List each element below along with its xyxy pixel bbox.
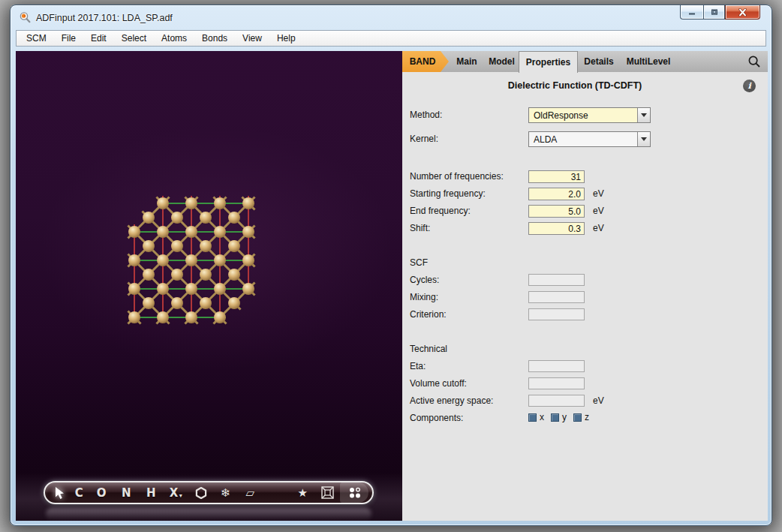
menu-edit[interactable]: Edit xyxy=(83,31,114,46)
page-title: Dielectric Function (TD-CDFT) xyxy=(402,80,747,91)
eta-label: Eta: xyxy=(410,361,426,371)
crystal-tool[interactable]: ❄ xyxy=(213,482,238,503)
info-button[interactable]: i xyxy=(743,80,756,92)
menu-bonds[interactable]: Bonds xyxy=(194,31,235,46)
active-energy-space-label: Active energy space: xyxy=(410,395,493,406)
hexagon-icon xyxy=(194,486,208,500)
viewer-toolbar: C O N H X ▾ ❄ ▱ ★ xyxy=(44,481,374,504)
tab-properties[interactable]: Properties xyxy=(519,51,578,73)
close-button[interactable] xyxy=(725,5,760,20)
tab-details[interactable]: Details xyxy=(578,51,620,72)
select-tool[interactable] xyxy=(49,482,69,503)
favorites-tool[interactable]: ★ xyxy=(290,482,315,503)
toolbar-reflection xyxy=(46,508,371,520)
shift-label: Shift: xyxy=(410,223,430,233)
properties-panel: BAND Main Model Properties Details Multi… xyxy=(402,51,768,521)
panel-body: Dielectric Function (TD-CDFT) i Method: … xyxy=(402,72,768,521)
tab-band[interactable]: BAND xyxy=(402,51,449,72)
menu-select[interactable]: Select xyxy=(114,31,154,46)
menu-bar: SCM File Edit Select Atoms Bonds View He… xyxy=(16,30,766,47)
perspective-box-icon xyxy=(320,485,335,500)
oxygen-tool[interactable]: O xyxy=(89,482,114,503)
eta-field[interactable] xyxy=(528,360,585,372)
ring-tool[interactable] xyxy=(188,482,213,503)
minimize-icon xyxy=(687,9,696,16)
hydrogen-tool[interactable]: H xyxy=(139,482,164,503)
search-icon xyxy=(747,55,761,68)
plane-tool[interactable]: ▱ xyxy=(238,482,263,503)
four-dots-icon xyxy=(347,485,362,500)
dropdown-caret-icon xyxy=(641,137,647,141)
components-group: x y z xyxy=(528,412,596,422)
component-x-label: x xyxy=(540,412,544,422)
kernel-dropdown[interactable]: ALDA xyxy=(528,131,651,147)
menu-file[interactable]: File xyxy=(54,31,83,46)
minimize-button[interactable] xyxy=(680,5,703,20)
dropdown-caret-icon xyxy=(641,113,647,117)
active-energy-space-unit: eV xyxy=(593,395,604,406)
menu-scm[interactable]: SCM xyxy=(19,31,54,46)
num-frequencies-field[interactable]: 31 xyxy=(528,170,585,183)
tab-multilevel[interactable]: MultiLevel xyxy=(620,51,677,72)
component-y-label: y xyxy=(562,412,567,422)
start-frequency-label: Starting frequency: xyxy=(410,188,486,199)
tab-bar: BAND Main Model Properties Details Multi… xyxy=(402,51,768,72)
end-frequency-label: End frequency: xyxy=(410,206,471,216)
kernel-dropdown-button[interactable] xyxy=(637,132,650,146)
crystal-structure[interactable] xyxy=(16,51,402,521)
method-dropdown[interactable]: OldResponse xyxy=(528,107,651,123)
end-frequency-unit: eV xyxy=(593,206,604,216)
cursor-arrow-icon xyxy=(53,486,65,500)
tab-main[interactable]: Main xyxy=(449,51,485,72)
active-energy-space-field[interactable] xyxy=(528,395,585,407)
mixing-field[interactable] xyxy=(528,291,585,303)
kernel-value: ALDA xyxy=(529,132,637,146)
technical-section-header: Technical xyxy=(410,344,447,354)
menu-atoms[interactable]: Atoms xyxy=(154,31,194,46)
maximize-button[interactable] xyxy=(703,5,725,20)
info-icon-glyph: i xyxy=(747,81,750,91)
component-z-checkbox[interactable] xyxy=(573,413,582,422)
tab-model[interactable]: Model xyxy=(485,51,519,72)
start-frequency-unit: eV xyxy=(593,188,604,199)
title-bar[interactable]: ADFinput 2017.101: LDA_SP.adf xyxy=(11,5,771,30)
method-label: Method: xyxy=(410,110,442,120)
cycles-label: Cycles: xyxy=(410,275,439,285)
menu-help[interactable]: Help xyxy=(269,31,303,46)
component-y-checkbox[interactable] xyxy=(551,413,559,422)
app-window: ADFinput 2017.101: LDA_SP.adf xyxy=(10,5,772,526)
volume-cutoff-field[interactable] xyxy=(528,377,585,389)
molecule-viewport[interactable]: C O N H X ▾ ❄ ▱ ★ xyxy=(16,51,402,521)
num-frequencies-label: Number of frequencies: xyxy=(410,171,504,182)
window-controls xyxy=(680,5,760,20)
shift-field[interactable]: 0.3 xyxy=(528,222,585,235)
search-button[interactable] xyxy=(741,51,768,72)
element-x-label: X xyxy=(170,486,179,500)
method-dropdown-button[interactable] xyxy=(637,108,650,122)
start-frequency-field[interactable]: 2.0 xyxy=(528,188,585,200)
end-frequency-field[interactable]: 5.0 xyxy=(528,205,585,218)
element-x-tool[interactable]: X ▾ xyxy=(164,482,188,503)
criterion-field[interactable] xyxy=(528,308,585,320)
mixing-label: Mixing: xyxy=(410,292,438,302)
component-z-label: z xyxy=(585,412,589,422)
perspective-box-tool[interactable] xyxy=(315,482,340,503)
restore-icon xyxy=(710,8,719,16)
app-logo-icon xyxy=(19,11,32,24)
components-label: Components: xyxy=(410,413,463,423)
shift-unit: eV xyxy=(593,223,604,233)
chevron-down-icon: ▾ xyxy=(179,492,183,499)
menu-view[interactable]: View xyxy=(235,31,269,46)
cycles-field[interactable] xyxy=(528,274,585,286)
method-value: OldResponse xyxy=(529,108,637,122)
scf-section-header: SCF xyxy=(410,257,428,268)
panels-tool[interactable] xyxy=(340,482,368,503)
close-icon xyxy=(738,8,747,17)
volume-cutoff-label: Volume cutoff: xyxy=(410,378,467,389)
carbon-tool[interactable]: C xyxy=(69,482,89,503)
kernel-label: Kernel: xyxy=(410,134,438,144)
criterion-label: Criterion: xyxy=(410,309,447,320)
window-title: ADFinput 2017.101: LDA_SP.adf xyxy=(36,13,173,23)
nitrogen-tool[interactable]: N xyxy=(114,482,139,503)
component-x-checkbox[interactable] xyxy=(528,413,537,422)
